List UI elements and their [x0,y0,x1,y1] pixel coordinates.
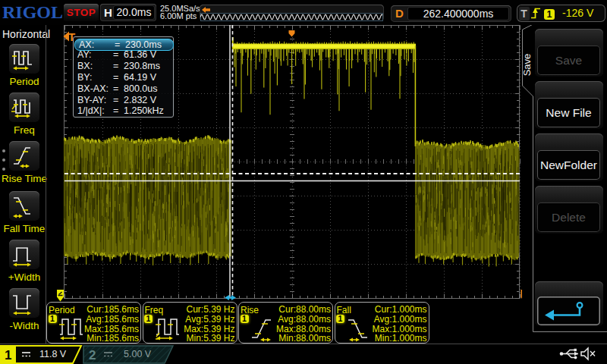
svg-text:1: 1 [5,348,11,362]
svg-text:5.00 V: 5.00 V [124,349,152,359]
svg-text:11.8 V: 11.8 V [39,349,67,359]
svg-text:2: 2 [89,348,96,362]
